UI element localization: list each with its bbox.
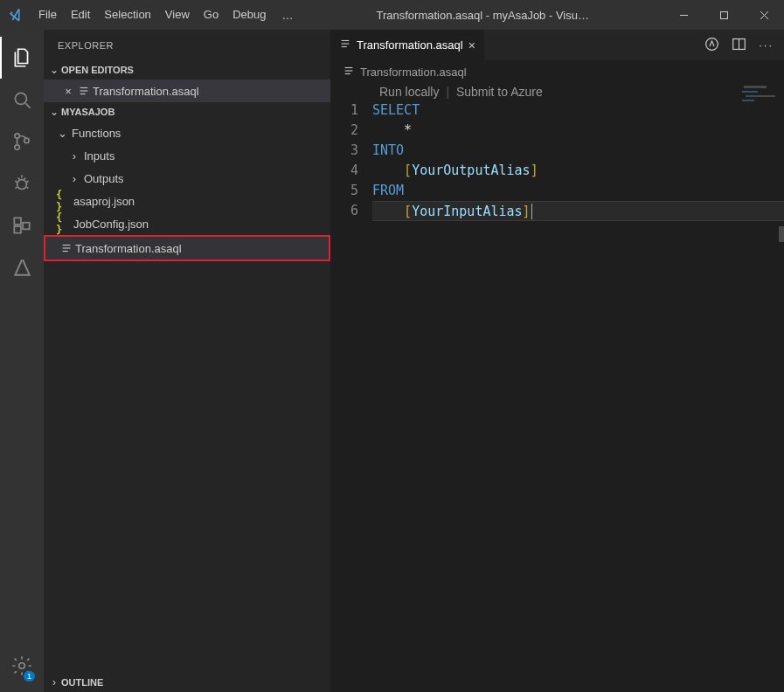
activity-explorer-icon[interactable] bbox=[0, 37, 44, 79]
window-title: Transformation.asaql - myAsaJob - Visu… bbox=[302, 9, 663, 22]
minimize-button[interactable] bbox=[663, 0, 704, 30]
svg-point-7 bbox=[15, 145, 19, 149]
more-actions-icon[interactable]: ··· bbox=[759, 38, 774, 52]
tree-file-jobconfig[interactable]: { } JobConfig.json bbox=[44, 212, 330, 235]
svg-point-4 bbox=[15, 93, 26, 104]
svg-point-9 bbox=[17, 180, 27, 190]
split-editor-icon[interactable] bbox=[732, 37, 746, 54]
codelens-submit-azure[interactable]: Submit to Azure bbox=[456, 85, 543, 99]
tree-label: Inputs bbox=[80, 149, 114, 163]
scrollbar-marker bbox=[779, 226, 784, 242]
editor-group: Transformation.asaql × ··· Transformatio… bbox=[330, 30, 784, 692]
activity-settings-icon[interactable]: 1 bbox=[0, 645, 44, 687]
outline-label: OUTLINE bbox=[61, 677, 103, 688]
workspace-header[interactable]: ⌄ MYASAJOB bbox=[44, 102, 330, 121]
activity-azure-icon[interactable] bbox=[0, 246, 44, 288]
menu-overflow[interactable]: … bbox=[273, 9, 302, 22]
file-lines-icon bbox=[339, 38, 351, 52]
breadcrumb[interactable]: Transformation.asaql bbox=[330, 60, 784, 83]
codelens-row: Run locally | Submit to Azure bbox=[330, 83, 784, 100]
maximize-button[interactable] bbox=[704, 0, 744, 30]
chevron-down-icon: ⌄ bbox=[47, 106, 61, 118]
tree-folder-outputs[interactable]: › Outputs bbox=[44, 167, 330, 190]
svg-rect-1 bbox=[720, 11, 727, 18]
minimap[interactable] bbox=[740, 84, 784, 128]
activity-search-icon[interactable] bbox=[0, 79, 44, 121]
vscode-logo-icon bbox=[0, 7, 31, 23]
menu-selection[interactable]: Selection bbox=[97, 0, 157, 30]
tree-label: JobConfig.json bbox=[73, 218, 149, 231]
window-controls bbox=[663, 0, 784, 30]
menubar: File Edit Selection View Go Debug bbox=[31, 0, 273, 30]
activity-source-control-icon[interactable] bbox=[0, 121, 44, 163]
chevron-right-icon: › bbox=[68, 149, 80, 163]
file-lines-icon bbox=[58, 242, 75, 254]
svg-rect-10 bbox=[14, 218, 21, 225]
tree-label: asaproj.json bbox=[73, 195, 135, 208]
svg-rect-12 bbox=[23, 223, 30, 230]
open-editor-item[interactable]: × Transformation.asaql bbox=[44, 80, 330, 102]
tree-folder-functions[interactable]: ⌄ Functions bbox=[44, 121, 330, 144]
tree-file-transformation[interactable]: Transformation.asaql bbox=[44, 235, 330, 261]
menu-view[interactable]: View bbox=[158, 0, 197, 30]
settings-badge: 1 bbox=[24, 671, 35, 682]
menu-file[interactable]: File bbox=[31, 0, 64, 30]
explorer-title: EXPLORER bbox=[44, 30, 330, 60]
explorer-panel: EXPLORER ⌄ OPEN EDITORS × Transformation… bbox=[44, 30, 330, 692]
svg-line-5 bbox=[25, 103, 30, 107]
chevron-down-icon: ⌄ bbox=[56, 127, 68, 140]
file-lines-icon bbox=[343, 65, 355, 80]
breadcrumb-item: Transformation.asaql bbox=[360, 66, 467, 79]
line-number-gutter: 1 2 3 4 5 6 bbox=[330, 100, 372, 221]
open-editors-label: OPEN EDITORS bbox=[61, 65, 134, 75]
tree-label: Transformation.asaql bbox=[75, 242, 182, 255]
outline-header[interactable]: › OUTLINE bbox=[44, 673, 330, 692]
tree-folder-inputs[interactable]: › Inputs bbox=[44, 144, 330, 167]
svg-point-8 bbox=[24, 138, 29, 142]
close-button[interactable] bbox=[744, 0, 784, 30]
svg-point-13 bbox=[19, 663, 25, 669]
json-icon: { } bbox=[56, 211, 73, 236]
json-icon: { } bbox=[56, 189, 73, 213]
file-lines-icon bbox=[75, 85, 93, 97]
editor-tabs: Transformation.asaql × ··· bbox=[330, 30, 784, 60]
close-editor-icon[interactable]: × bbox=[61, 85, 75, 98]
activity-debug-icon[interactable] bbox=[0, 163, 44, 204]
open-editor-name: Transformation.asaql bbox=[93, 85, 199, 98]
svg-point-6 bbox=[15, 134, 19, 138]
menu-debug[interactable]: Debug bbox=[225, 0, 273, 30]
activity-extensions-icon[interactable] bbox=[0, 204, 44, 246]
editor-tab[interactable]: Transformation.asaql × bbox=[330, 30, 485, 60]
titlebar: File Edit Selection View Go Debug … Tran… bbox=[0, 0, 784, 30]
chevron-down-icon: ⌄ bbox=[47, 64, 61, 76]
tree-file-asaproj[interactable]: { } asaproj.json bbox=[44, 190, 330, 212]
menu-edit[interactable]: Edit bbox=[64, 0, 97, 30]
code-editor[interactable]: 1 2 3 4 5 6 SELECT * INTO [YourOutputAli… bbox=[330, 100, 784, 221]
tree-label: Outputs bbox=[80, 172, 124, 185]
compile-icon[interactable] bbox=[704, 37, 719, 54]
close-tab-icon[interactable]: × bbox=[468, 38, 475, 52]
workspace-label: MYASAJOB bbox=[61, 107, 114, 117]
open-editors-header[interactable]: ⌄ OPEN EDITORS bbox=[44, 60, 330, 80]
codelens-separator: | bbox=[446, 85, 449, 99]
chevron-right-icon: › bbox=[68, 172, 80, 185]
svg-rect-11 bbox=[14, 226, 21, 233]
tree-label: Functions bbox=[68, 127, 121, 140]
menu-go[interactable]: Go bbox=[197, 0, 225, 30]
code-lines[interactable]: SELECT * INTO [YourOutputAlias] FROM [Yo… bbox=[372, 100, 784, 221]
chevron-right-icon: › bbox=[47, 676, 61, 689]
codelens-run-locally[interactable]: Run locally bbox=[379, 85, 439, 99]
activity-bar: 1 bbox=[0, 30, 44, 692]
tab-title: Transformation.asaql bbox=[357, 38, 463, 52]
